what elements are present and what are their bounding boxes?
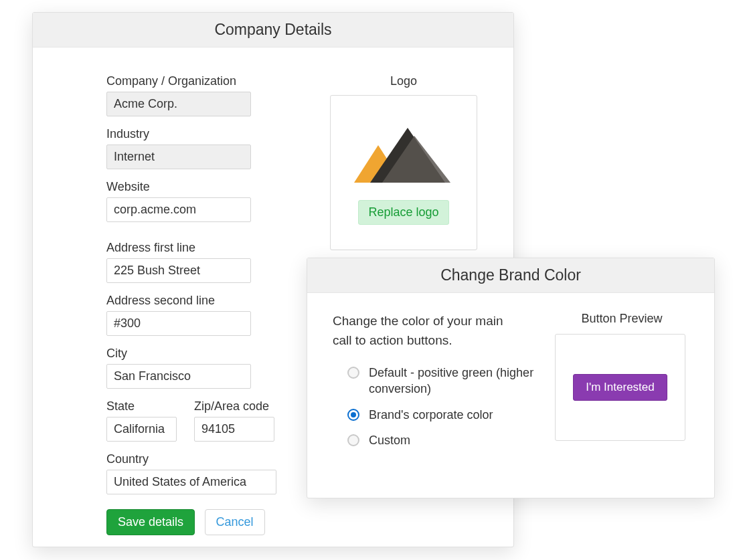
- city-label: City: [106, 347, 290, 361]
- color-option-brand-label: Brand's corporate color: [369, 407, 493, 423]
- address1-input[interactable]: [106, 258, 251, 283]
- company-label: Company / Organization: [106, 74, 290, 88]
- button-preview-box: I'm Interested: [555, 334, 685, 441]
- city-input[interactable]: [106, 364, 251, 389]
- replace-logo-button[interactable]: Replace logo: [358, 200, 448, 225]
- country-input[interactable]: [106, 470, 276, 494]
- brand-color-description: Change the color of your main call to ac…: [333, 312, 520, 350]
- company-details-title: Company Details: [33, 13, 513, 48]
- button-preview-title: Button Preview: [555, 312, 689, 326]
- brand-color-title: Change Brand Color: [307, 258, 714, 293]
- website-label: Website: [106, 180, 290, 194]
- industry-label: Industry: [106, 127, 290, 141]
- radio-icon: [347, 434, 359, 446]
- address1-label: Address first line: [106, 241, 290, 255]
- color-option-default-label: Default - positive green (higher convers…: [369, 365, 535, 397]
- color-option-custom[interactable]: Custom: [347, 432, 535, 448]
- preview-interested-button[interactable]: I'm Interested: [573, 374, 667, 401]
- country-label: Country: [106, 452, 290, 466]
- color-option-custom-label: Custom: [369, 432, 410, 448]
- radio-icon-selected: [347, 409, 359, 421]
- mountain-logo-icon: [343, 121, 464, 188]
- zip-label: Zip/Area code: [194, 399, 274, 413]
- brand-color-panel: Change Brand Color Change the color of y…: [307, 258, 715, 498]
- address2-label: Address second line: [106, 294, 290, 308]
- cancel-button[interactable]: Cancel: [205, 509, 265, 535]
- state-input[interactable]: [106, 417, 177, 442]
- logo-box: Replace logo: [330, 95, 477, 250]
- zip-input[interactable]: [194, 417, 274, 442]
- save-button[interactable]: Save details: [106, 509, 195, 535]
- website-input[interactable]: [106, 197, 251, 222]
- color-option-default[interactable]: Default - positive green (higher convers…: [347, 365, 535, 397]
- industry-input[interactable]: [106, 145, 251, 169]
- radio-icon: [347, 367, 359, 379]
- color-option-brand[interactable]: Brand's corporate color: [347, 407, 535, 423]
- company-input[interactable]: [106, 92, 251, 116]
- state-label: State: [106, 399, 177, 413]
- address2-input[interactable]: [106, 311, 251, 336]
- logo-section-title: Logo: [330, 74, 477, 88]
